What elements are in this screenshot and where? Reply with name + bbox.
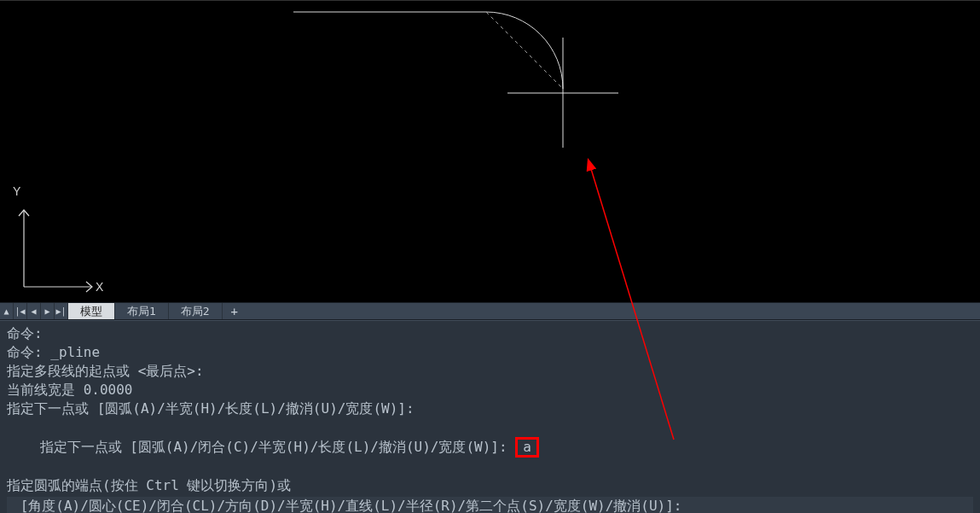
svg-line-1 [486,12,563,89]
ucs-icon [7,184,101,295]
cmd-history-line: 指定圆弧的端点(按住 Ctrl 键以切换方向)或 [7,476,973,495]
cmd-history-line: 指定下一点或 [圆弧(A)/半宽(H)/长度(L)/撤消(U)/宽度(W)]: [7,399,973,418]
ucs-y-label: Y [13,184,20,198]
drawing-viewport[interactable]: X Y [0,0,980,302]
command-window[interactable]: 命令: 命令: _pline 指定多段线的起点或 <最后点>: 当前线宽是 0.… [0,320,980,513]
ucs-x-label: X [96,280,103,294]
cmd-history-line: 命令: [7,324,973,343]
annotation-highlight-box: a [515,437,539,458]
layout-tab-bar: ▲ |◀ ◀ ▶ ▶| 模型 布局1 布局2 + [0,302,980,320]
cmd-history-line: 当前线宽是 0.0000 [7,381,973,399]
tab-model[interactable]: 模型 [68,303,115,319]
tab-prev-icon[interactable]: ◀ [27,303,41,319]
cmd-text: 指定下一点或 [圆弧(A)/闭合(C)/半宽(H)/长度(L)/撤消(U)/宽度… [40,439,516,455]
tab-last-icon[interactable]: ▶| [55,303,68,319]
cmd-history-line: 指定多段线的起点或 <最后点>: [7,362,973,381]
tab-layout1[interactable]: 布局1 [115,303,169,319]
tab-next-icon[interactable]: ▶ [41,303,55,319]
tab-layout2[interactable]: 布局2 [169,303,223,319]
tab-first-icon[interactable]: |◀ [14,303,27,319]
command-input[interactable]: [角度(A)/圆心(CE)/闭合(CL)/方向(D)/半宽(H)/直线(L)/半… [7,497,973,513]
drawing-canvas[interactable] [0,1,980,303]
tab-close-icon[interactable]: ▲ [0,303,14,319]
cmd-history-line: 指定下一点或 [圆弧(A)/闭合(C)/半宽(H)/长度(L)/撤消(U)/宽度… [7,418,973,476]
cmd-prompt-text: [角度(A)/圆心(CE)/闭合(CL)/方向(D)/半宽(H)/直线(L)/半… [12,497,681,513]
cmd-history-line: 命令: _pline [7,343,973,362]
tab-add-button[interactable]: + [223,303,246,319]
